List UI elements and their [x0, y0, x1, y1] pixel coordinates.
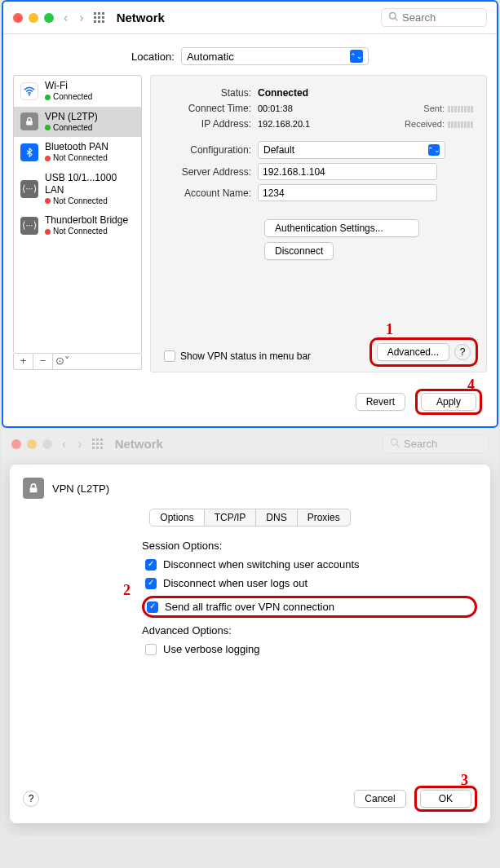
service-item-usb[interactable]: ⟨···⟩ USB 10/1...1000 LAN Not Connected	[14, 168, 141, 211]
svg-point-9	[390, 13, 396, 20]
opt-verbose-logging[interactable]: Use verbose logging	[145, 643, 477, 655]
more-service-button[interactable]: ⊙˅	[53, 354, 73, 369]
location-value: Automatic	[187, 51, 234, 63]
help-button[interactable]: ?	[23, 791, 39, 807]
lock-icon	[23, 478, 44, 499]
window-controls	[13, 13, 54, 23]
checkbox[interactable]	[145, 644, 157, 655]
highlight-box-4: 4 Apply	[415, 389, 482, 415]
show-vpn-checkbox[interactable]	[164, 350, 175, 362]
lock-icon	[20, 112, 38, 130]
annotation-3: 3	[461, 772, 468, 789]
svg-rect-3	[94, 16, 96, 19]
add-service-button[interactable]: +	[14, 354, 33, 369]
chevron-updown-icon: ⌃⌄	[428, 144, 440, 156]
tab-dns[interactable]: DNS	[256, 509, 297, 527]
zoom-icon[interactable]	[44, 13, 54, 23]
search-input	[404, 438, 473, 450]
ip-value: 192.168.20.1	[258, 119, 392, 129]
show-all-icon[interactable]	[94, 12, 105, 24]
service-item-wifi[interactable]: Wi-Fi Connected	[14, 76, 141, 107]
checkbox[interactable]	[145, 578, 157, 589]
window-title: Network	[115, 437, 163, 451]
session-options-label: Session Options:	[142, 540, 477, 552]
annotation-2: 2	[123, 582, 131, 599]
send-all-traffic-checkbox[interactable]	[147, 601, 158, 613]
bluetooth-icon	[20, 143, 38, 161]
highlight-box-2: 2 Send all traffic over VPN connection	[142, 596, 477, 618]
status-dot-icon	[45, 95, 51, 100]
remove-service-button[interactable]: −	[33, 354, 53, 369]
svg-line-23	[396, 444, 399, 447]
chevron-updown-icon: ⌃⌄	[350, 50, 363, 63]
annotation-4: 4	[467, 377, 475, 394]
svg-rect-4	[98, 16, 100, 19]
cancel-button[interactable]: Cancel	[354, 790, 405, 808]
show-vpn-status-row[interactable]: Show VPN status in menu bar	[164, 350, 311, 362]
service-sidebar: Wi-Fi Connected VPN (L2TP) Connected Blu…	[13, 75, 142, 372]
service-status: Not Connected	[53, 153, 108, 164]
search-icon	[390, 438, 400, 450]
advanced-options-label: Advanced Options:	[142, 624, 477, 637]
network-prefs-sheet-window: ‹ › Network VPN (L2TP) Options TCP/IP DN…	[2, 428, 498, 823]
svg-rect-15	[100, 438, 103, 441]
svg-point-22	[392, 439, 398, 446]
back-button[interactable]: ‹	[62, 11, 69, 25]
opt-label: Send all traffic over VPN connection	[165, 601, 334, 613]
auth-settings-button[interactable]: Authentication Settings...	[264, 219, 419, 237]
forward-button: ›	[76, 437, 83, 452]
zoom-icon	[42, 439, 52, 449]
service-name: Thunderbolt Bridge	[45, 214, 128, 227]
opt-disconnect-logout[interactable]: Disconnect when user logs out	[145, 577, 477, 589]
disconnect-button[interactable]: Disconnect	[264, 242, 334, 260]
service-item-bluetooth[interactable]: Bluetooth PAN Not Connected	[14, 137, 141, 168]
tab-options[interactable]: Options	[149, 509, 204, 527]
help-button[interactable]: ?	[454, 344, 471, 360]
tab-proxies[interactable]: Proxies	[298, 509, 351, 527]
service-item-thunderbolt[interactable]: ⟨···⟩ Thunderbolt Bridge Not Connected	[14, 210, 141, 241]
sheet-footer: ? Cancel 3 OK	[23, 786, 477, 812]
svg-rect-1	[98, 12, 100, 15]
search-field[interactable]	[381, 8, 487, 27]
location-select[interactable]: Automatic ⌃⌄	[181, 47, 369, 65]
sheet-header: VPN (L2TP)	[23, 478, 477, 499]
titlebar: ‹ › Network	[3, 2, 497, 34]
configuration-select[interactable]: Default ⌃⌄	[258, 141, 445, 159]
advanced-button[interactable]: Advanced...	[377, 343, 449, 361]
connect-time-label: Connect Time:	[164, 103, 258, 114]
tab-tcpip[interactable]: TCP/IP	[205, 509, 257, 527]
minimize-icon[interactable]	[29, 13, 38, 23]
ok-button[interactable]: OK	[420, 790, 471, 808]
service-item-vpn[interactable]: VPN (L2TP) Connected	[14, 107, 141, 138]
ethernet-icon: ⟨···⟩	[20, 217, 38, 235]
svg-rect-21	[100, 447, 103, 449]
account-name-input[interactable]	[258, 184, 437, 201]
svg-rect-7	[98, 20, 100, 23]
advanced-group: 1 Advanced... ?	[369, 337, 478, 367]
status-dot-icon	[45, 229, 51, 235]
svg-rect-13	[92, 438, 95, 441]
svg-point-11	[29, 94, 30, 95]
detail-pane: Status: Connected Connect Time: 00:01:38…	[150, 75, 487, 372]
sheet-title: VPN (L2TP)	[52, 482, 109, 495]
service-list: Wi-Fi Connected VPN (L2TP) Connected Blu…	[13, 75, 142, 354]
show-all-icon	[92, 438, 104, 450]
close-icon[interactable]	[13, 13, 23, 23]
status-value: Connected	[258, 87, 473, 99]
highlight-box-3: 3 OK	[414, 786, 477, 812]
tab-bar: Options TCP/IP DNS Proxies	[23, 509, 477, 527]
minimize-icon[interactable]	[27, 439, 37, 449]
revert-button[interactable]: Revert	[356, 393, 405, 411]
close-icon[interactable]	[11, 439, 21, 449]
svg-rect-6	[94, 20, 96, 23]
forward-button[interactable]: ›	[77, 11, 85, 25]
apply-button[interactable]: Apply	[421, 393, 476, 411]
checkbox[interactable]	[145, 559, 157, 571]
opt-disconnect-switch-user[interactable]: Disconnect when switching user accounts	[145, 558, 477, 571]
status-dot-icon	[45, 198, 51, 204]
service-name: VPN (L2TP)	[45, 111, 98, 123]
server-address-input[interactable]	[258, 163, 437, 180]
back-button: ‹	[60, 437, 68, 452]
received-label: Received:	[405, 119, 445, 129]
search-input[interactable]	[402, 11, 471, 24]
